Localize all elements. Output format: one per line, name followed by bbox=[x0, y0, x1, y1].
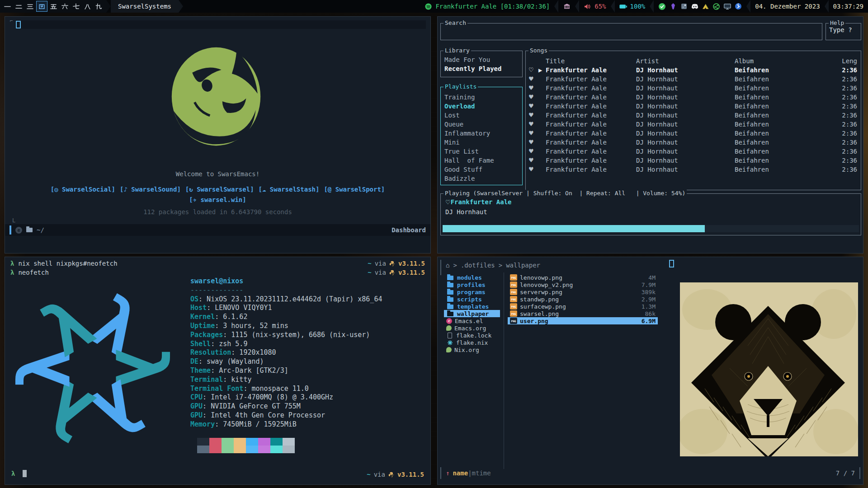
check-circle-icon[interactable] bbox=[658, 3, 666, 10]
parent-entry-modules[interactable]: modules bbox=[444, 274, 500, 281]
palette-swatch bbox=[222, 446, 234, 453]
playlist-item[interactable]: True List bbox=[441, 147, 522, 156]
syncthing-icon[interactable] bbox=[712, 3, 720, 10]
gem-icon[interactable] bbox=[669, 3, 677, 10]
workspace-3[interactable] bbox=[24, 0, 36, 13]
heart-icon[interactable]: ♥ bbox=[528, 75, 538, 84]
emacs-tab-bar[interactable] bbox=[15, 20, 426, 29]
dashboard-link-swarselsport[interactable]: [@ SwarselSport] bbox=[324, 186, 385, 193]
volume-segment[interactable]: 65% bbox=[579, 0, 610, 13]
seek-bar[interactable] bbox=[443, 225, 859, 232]
dashboard-link-swarselstash[interactable]: [☁ SwarselStash] bbox=[259, 186, 320, 193]
parent-entry-profiles[interactable]: profiles bbox=[444, 281, 500, 288]
parent-entry-templates[interactable]: templates bbox=[444, 303, 500, 310]
heart-icon[interactable]: ♥ bbox=[528, 102, 538, 111]
entry-name: templates bbox=[457, 303, 489, 310]
workspace-7[interactable] bbox=[71, 0, 82, 13]
music-player-window[interactable]: Search Help Type ? Library Made For YouR… bbox=[437, 16, 863, 253]
sort-primary[interactable]: name bbox=[453, 469, 468, 477]
dashboard-link-swarselswarsel[interactable]: [↻ SwarselSwarsel] bbox=[185, 186, 254, 193]
parent-entry-flake.nix[interactable]: flake.nix bbox=[444, 339, 500, 346]
workspace-2[interactable] bbox=[13, 0, 24, 13]
library-item[interactable]: Made For You bbox=[441, 55, 522, 64]
song-row[interactable]: ♥Frankfurter AaleDJ HornhautBeifahren2:3… bbox=[526, 156, 861, 165]
song-row[interactable]: ♡▶Frankfurter AaleDJ HornhautBeifahren2:… bbox=[526, 66, 861, 75]
tray-box-icon[interactable] bbox=[680, 3, 688, 10]
file-entry-surfacewp.png[interactable]: PNGsurfacewp.png1.3M bbox=[508, 303, 658, 310]
monitor-icon[interactable] bbox=[723, 3, 731, 10]
now-playing-segment[interactable]: Frankfurter Aale [01:38/02:36] bbox=[420, 0, 554, 13]
heart-icon[interactable]: ♡ bbox=[528, 66, 538, 75]
song-row[interactable]: ♥Frankfurter AaleDJ HornhautBeifahren2:3… bbox=[526, 147, 861, 156]
help-box[interactable]: Help Type ? bbox=[826, 23, 861, 40]
dashboard-link-swarselsocial[interactable]: [◎ SwarselSocial] bbox=[51, 186, 115, 193]
heart-icon[interactable]: ♥ bbox=[528, 111, 538, 120]
workspace-1[interactable] bbox=[2, 0, 13, 13]
file-entry-standwp.png[interactable]: PNGstandwp.png2.9M bbox=[508, 296, 658, 303]
file-entry-swarsel.png[interactable]: PNGswarsel.png86k bbox=[508, 310, 658, 317]
breadcrumb-part[interactable]: .dotfiles bbox=[461, 262, 495, 269]
search-box[interactable]: Search bbox=[440, 23, 822, 40]
dashboard-link-swarselsound[interactable]: [♪ SwarselSound] bbox=[120, 186, 181, 193]
file-entry-lenovowp.png[interactable]: PNGlenovowp.png4M bbox=[508, 274, 658, 281]
parent-entry-programs[interactable]: programs bbox=[444, 288, 500, 296]
file-entry-user.png[interactable]: PNGuser.png6.9M bbox=[508, 317, 658, 324]
site-link[interactable]: [✈ swarsel.win] bbox=[189, 196, 246, 203]
file-entry-lenovowp_v2.png[interactable]: PNGlenovowp_v2.png7.9M bbox=[508, 281, 658, 288]
parent-entry-wallpaper[interactable]: wallpaper bbox=[444, 310, 500, 317]
shell-prompt[interactable]: λ bbox=[11, 470, 27, 477]
library-item[interactable]: Recently Played bbox=[441, 64, 522, 73]
parent-entry-Emacs.org[interactable]: Emacs.org bbox=[444, 324, 500, 332]
sort-direction-icon[interactable]: ↑ bbox=[446, 469, 449, 477]
heart-icon[interactable]: ♥ bbox=[528, 93, 538, 102]
playlist-item[interactable]: Mini bbox=[441, 138, 522, 147]
parent-entry-scripts[interactable]: scripts bbox=[444, 296, 500, 303]
heart-icon[interactable]: ♥ bbox=[528, 165, 538, 174]
playlist-item[interactable]: Queue bbox=[441, 120, 522, 129]
entry-name: user.png bbox=[520, 318, 548, 324]
workspace-9[interactable] bbox=[93, 0, 104, 13]
sort-secondary[interactable]: |mtime bbox=[468, 469, 491, 477]
bluetooth-icon[interactable] bbox=[734, 3, 742, 10]
song-row[interactable]: ♥Frankfurter AaleDJ HornhautBeifahren2:3… bbox=[526, 129, 861, 138]
workspace-5[interactable] bbox=[48, 0, 59, 13]
song-row[interactable]: ♥Frankfurter AaleDJ HornhautBeifahren2:3… bbox=[526, 102, 861, 111]
workspace-8[interactable] bbox=[82, 0, 93, 13]
song-row[interactable]: ♥Frankfurter AaleDJ HornhautBeifahren2:3… bbox=[526, 120, 861, 129]
playlist-item[interactable]: Good Stuff bbox=[441, 165, 522, 174]
heart-icon[interactable]: ♥ bbox=[528, 84, 538, 93]
parent-entry-Emacs.el[interactable]: eEmacs.el bbox=[444, 317, 500, 324]
playlist-item[interactable]: Lost bbox=[441, 111, 522, 120]
discord-icon[interactable] bbox=[691, 3, 698, 10]
song-row[interactable]: ♥Frankfurter AaleDJ HornhautBeifahren2:3… bbox=[526, 93, 861, 102]
search-input[interactable] bbox=[441, 23, 822, 40]
heart-icon[interactable]: ♥ bbox=[528, 120, 538, 129]
workspace-4[interactable] bbox=[36, 1, 47, 12]
heart-icon[interactable]: ♥ bbox=[528, 147, 538, 156]
playlist-item[interactable]: Training bbox=[441, 93, 522, 102]
workspace-6[interactable] bbox=[59, 0, 71, 13]
song-row[interactable]: ♥Frankfurter AaleDJ HornhautBeifahren2:3… bbox=[526, 138, 861, 147]
song-row[interactable]: ♥Frankfurter AaleDJ HornhautBeifahren2:3… bbox=[526, 165, 861, 174]
home-icon[interactable]: ⌂ bbox=[446, 262, 449, 269]
emacs-window[interactable]: ⌐ Welcome to SwarsEmacs! [◎ SwarselSocia… bbox=[5, 16, 431, 253]
breadcrumb-part[interactable]: wallpaper bbox=[506, 262, 540, 269]
parent-entry-Nix.org[interactable]: Nix.org bbox=[444, 346, 500, 353]
terminal-window[interactable]: λ nix shell nixpkgs#neofetch ~ via v3.11… bbox=[5, 257, 431, 485]
playlist-item[interactable]: Hall of Fame bbox=[441, 156, 522, 165]
playlist-item[interactable]: Overload bbox=[441, 102, 522, 111]
heart-icon[interactable]: ♥ bbox=[528, 138, 538, 147]
file-manager-window[interactable]: ⌂ >.dotfiles>wallpaper modulesprofilespr… bbox=[437, 257, 863, 485]
playlist-item[interactable]: Inflammatory bbox=[441, 129, 522, 138]
battery-segment[interactable]: 100% bbox=[615, 0, 650, 13]
heart-icon[interactable]: ♥ bbox=[528, 156, 538, 165]
song-row[interactable]: ♥Frankfurter AaleDJ HornhautBeifahren2:3… bbox=[526, 84, 861, 93]
parent-entry-flake.lock[interactable]: flake.lock bbox=[444, 332, 500, 339]
heart-icon[interactable]: ♥ bbox=[528, 129, 538, 138]
song-row[interactable]: ♥Frankfurter AaleDJ HornhautBeifahren2:3… bbox=[526, 111, 861, 120]
nightlight-segment[interactable] bbox=[558, 0, 575, 13]
file-entry-serverwp.png[interactable]: PNGserverwp.png389k bbox=[508, 288, 658, 296]
tent-icon[interactable] bbox=[702, 3, 709, 10]
song-row[interactable]: ♥Frankfurter AaleDJ HornhautBeifahren2:3… bbox=[526, 75, 861, 84]
playlist-item[interactable]: Badizzle bbox=[441, 174, 522, 183]
